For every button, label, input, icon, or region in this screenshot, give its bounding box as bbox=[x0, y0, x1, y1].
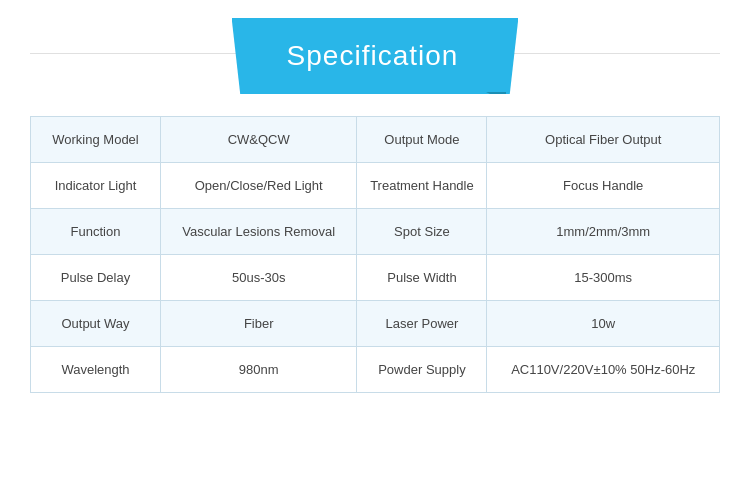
table-row: FunctionVascular Lesions RemovalSpot Siz… bbox=[31, 209, 720, 255]
table-row: Working ModelCW&QCWOutput ModeOptical Fi… bbox=[31, 117, 720, 163]
value-cell-right: AC110V/220V±10% 50Hz-60Hz bbox=[487, 347, 720, 393]
value-cell-right: 1mm/2mm/3mm bbox=[487, 209, 720, 255]
spec-table-wrapper: Working ModelCW&QCWOutput ModeOptical Fi… bbox=[30, 116, 720, 393]
label-cell-right: Output Mode bbox=[357, 117, 487, 163]
page-container: Specification Working ModelCW&QCWOutput … bbox=[0, 0, 750, 502]
spec-table: Working ModelCW&QCWOutput ModeOptical Fi… bbox=[30, 116, 720, 393]
value-cell-right: Optical Fiber Output bbox=[487, 117, 720, 163]
label-cell-right: Spot Size bbox=[357, 209, 487, 255]
label-cell-left: Output Way bbox=[31, 301, 161, 347]
header-area: Specification bbox=[0, 0, 750, 106]
label-cell-left: Working Model bbox=[31, 117, 161, 163]
title-banner: Specification bbox=[232, 18, 519, 94]
label-cell-left: Function bbox=[31, 209, 161, 255]
value-cell-right: 15-300ms bbox=[487, 255, 720, 301]
label-cell-right: Powder Supply bbox=[357, 347, 487, 393]
label-cell-left: Wavelength bbox=[31, 347, 161, 393]
value-cell-left: 980nm bbox=[161, 347, 357, 393]
label-cell-right: Pulse Width bbox=[357, 255, 487, 301]
value-cell-left: Open/Close/Red Light bbox=[161, 163, 357, 209]
value-cell-left: 50us-30s bbox=[161, 255, 357, 301]
label-cell-left: Indicator Light bbox=[31, 163, 161, 209]
page-title: Specification bbox=[287, 40, 459, 71]
value-cell-left: Fiber bbox=[161, 301, 357, 347]
label-cell-right: Treatment Handle bbox=[357, 163, 487, 209]
value-cell-left: CW&QCW bbox=[161, 117, 357, 163]
value-cell-right: Focus Handle bbox=[487, 163, 720, 209]
table-row: Wavelength980nmPowder SupplyAC110V/220V±… bbox=[31, 347, 720, 393]
value-cell-right: 10w bbox=[487, 301, 720, 347]
table-row: Indicator LightOpen/Close/Red LightTreat… bbox=[31, 163, 720, 209]
value-cell-left: Vascular Lesions Removal bbox=[161, 209, 357, 255]
label-cell-left: Pulse Delay bbox=[31, 255, 161, 301]
table-row: Output WayFiberLaser Power10w bbox=[31, 301, 720, 347]
label-cell-right: Laser Power bbox=[357, 301, 487, 347]
table-row: Pulse Delay50us-30sPulse Width15-300ms bbox=[31, 255, 720, 301]
